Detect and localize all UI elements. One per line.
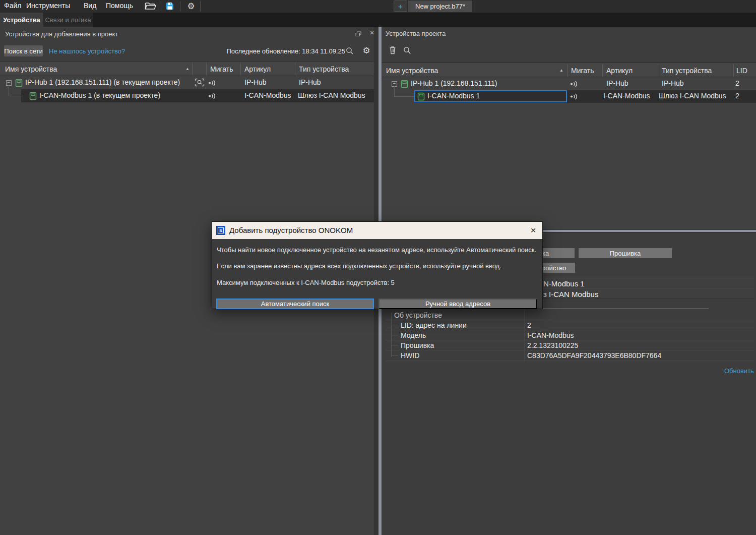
save-icon[interactable]	[165, 2, 174, 11]
grid-row-line	[386, 350, 754, 350]
menu-tools[interactable]: Инструменты	[26, 2, 70, 10]
column-separator[interactable]	[206, 63, 207, 75]
device-type: IP-Hub	[299, 78, 321, 86]
column-separator[interactable]	[192, 63, 193, 75]
col-type[interactable]: Тип устройства	[299, 65, 349, 73]
blink-icon[interactable]	[570, 81, 579, 87]
open-folder-icon[interactable]	[144, 2, 157, 11]
prop-value: I-CAN-Modbus	[527, 331, 574, 339]
grid-row-line	[386, 340, 754, 340]
tree-line	[9, 85, 9, 96]
tab-devices[interactable]: Устройства	[0, 13, 43, 27]
menu-separator	[180, 1, 180, 12]
refresh-link[interactable]: Обновить	[724, 367, 754, 375]
column-separator[interactable]	[295, 63, 295, 75]
new-project-tab-button[interactable]: +	[394, 1, 407, 12]
dialog-title: Добавить подустройство ONOKOM	[229, 226, 353, 234]
column-separator[interactable]	[602, 64, 603, 77]
blink-icon[interactable]	[208, 93, 217, 99]
device-icon	[401, 80, 408, 88]
float-panel-icon[interactable]	[355, 31, 361, 37]
search-icon[interactable]	[403, 46, 411, 54]
device-name: I-CAN-Modbus 1 (в текущем проекте)	[39, 91, 160, 99]
column-separator[interactable]	[567, 64, 568, 77]
menu-file[interactable]: Файл	[4, 2, 21, 10]
device-type: Шлюз I-CAN Modbus	[298, 91, 365, 99]
search-network-button[interactable]: Поиск в сети	[4, 45, 43, 56]
device-type: Шлюз I-CAN Modbus	[659, 92, 726, 100]
settings-gear-icon[interactable]: ⚙	[185, 0, 197, 13]
firmware-button[interactable]: Прошивка	[579, 248, 672, 258]
device-article: I-CAN-Modbus	[603, 92, 650, 100]
prop-value: C83D76A5DFA9F20443793E6B80DF7664	[527, 351, 661, 360]
device-name-partial: N-Modbus 1	[543, 279, 585, 288]
table-row[interactable]: − IP-Hub 1 (192.168.151.111) IP-Hub	[382, 77, 756, 90]
grid-row-line	[386, 361, 754, 361]
menu-view[interactable]: Вид	[84, 2, 96, 10]
tree-line	[391, 355, 398, 355]
col-blink[interactable]: Мигать	[571, 67, 594, 75]
col-type[interactable]: Тип устройства	[662, 67, 712, 75]
device-icon	[15, 79, 23, 87]
table-header: Имя устройства ▲ Мигать Артикул Тип устр…	[382, 63, 756, 77]
menu-help[interactable]: Помощь	[106, 2, 133, 10]
prop-label: Модель	[401, 331, 426, 339]
dialog-text-line: Если вам заранее известны адреса всех по…	[217, 262, 501, 270]
prop-value: 2.2.1323100225	[527, 341, 578, 349]
grid-row-line	[386, 320, 754, 320]
about-device-header[interactable]: Об устройстве	[394, 311, 442, 319]
device-article: IP-Hub	[606, 79, 628, 87]
tree-line	[394, 86, 395, 96]
column-separator[interactable]	[240, 63, 241, 75]
prop-value: 2	[527, 321, 531, 329]
menu-bar: Файл Инструменты Вид Помощь ⚙ + New proj…	[0, 0, 756, 13]
table-row[interactable]: I-CAN-Modbus 1 (в текущем проекте) I-CAN…	[0, 89, 374, 102]
table-row-selected[interactable]: I-CAN-Modbus 1 I-CAN-Modbus Шлюз I-CAN M…	[382, 90, 756, 103]
device-name: IP-Hub 1 (192.168.151.111)	[411, 79, 497, 87]
panel-settings-gear-icon[interactable]: ⚙	[361, 45, 372, 56]
tree-line	[391, 325, 398, 325]
column-separator[interactable]	[658, 64, 658, 77]
column-separator[interactable]	[733, 64, 734, 77]
col-article[interactable]: Артикул	[244, 65, 271, 73]
device-not-found-link[interactable]: Не нашлось устройство?	[49, 47, 125, 55]
device-type: IP-Hub	[662, 79, 684, 87]
grid-column-divider	[524, 309, 525, 362]
panel-title: Устройства для добавления в проект	[5, 30, 118, 38]
device-name: IP-Hub 1 (192.168.151.111) (в текущем пр…	[25, 78, 180, 86]
device-type-partial: з I-CAN Modbus	[543, 290, 598, 299]
add-subdevice-dialog: S Добавить подустройство ONOKOM × Чтобы …	[212, 221, 543, 309]
dialog-text-line: Чтобы найти новое подключенное устройств…	[217, 246, 536, 254]
tree-line	[394, 96, 414, 97]
prop-label: HWID	[401, 351, 419, 360]
device-article: I-CAN-Modbus	[244, 91, 291, 99]
device-lid: 2	[735, 79, 739, 87]
dialog-close-icon[interactable]: ×	[527, 224, 540, 237]
menu-separator	[161, 1, 161, 12]
col-name[interactable]: Имя устройства	[386, 67, 438, 75]
manual-input-button[interactable]: Ручной ввод адресов	[379, 299, 537, 309]
device-lid: 2	[735, 92, 739, 100]
col-blink[interactable]: Мигать	[210, 65, 233, 73]
blink-icon[interactable]	[208, 80, 217, 86]
project-tab[interactable]: New project.b77*	[408, 1, 472, 12]
blink-icon[interactable]	[570, 93, 579, 100]
col-name[interactable]: Имя устройства	[5, 65, 57, 73]
trash-icon[interactable]	[389, 46, 397, 54]
device-icon	[417, 92, 425, 101]
device-icon	[29, 92, 37, 100]
prop-label: LID: адрес на линии	[401, 321, 467, 329]
device-name: I-CAN-Modbus 1	[427, 92, 480, 100]
app-window: Файл Инструменты Вид Помощь ⚙ + New proj…	[0, 0, 756, 535]
project-devices-table: Имя устройства ▲ Мигать Артикул Тип устр…	[382, 63, 756, 229]
scan-device-icon[interactable]	[195, 78, 205, 87]
main-tab-strip: Устройства Связи и логика	[0, 13, 756, 27]
table-row[interactable]: − IP-Hub 1 (192.168.151.111) (в текущем …	[0, 76, 374, 89]
tab-links-logic[interactable]: Связи и логика	[43, 13, 93, 27]
table-header: Имя устройства ▲ Мигать Артикул Тип устр…	[0, 61, 374, 76]
auto-search-button[interactable]: Автоматический поиск	[216, 299, 374, 309]
col-article[interactable]: Артикул	[606, 67, 633, 75]
col-lid[interactable]: LID	[736, 67, 747, 75]
panel-title: Устройства проекта	[386, 30, 446, 37]
search-icon[interactable]	[346, 47, 354, 55]
